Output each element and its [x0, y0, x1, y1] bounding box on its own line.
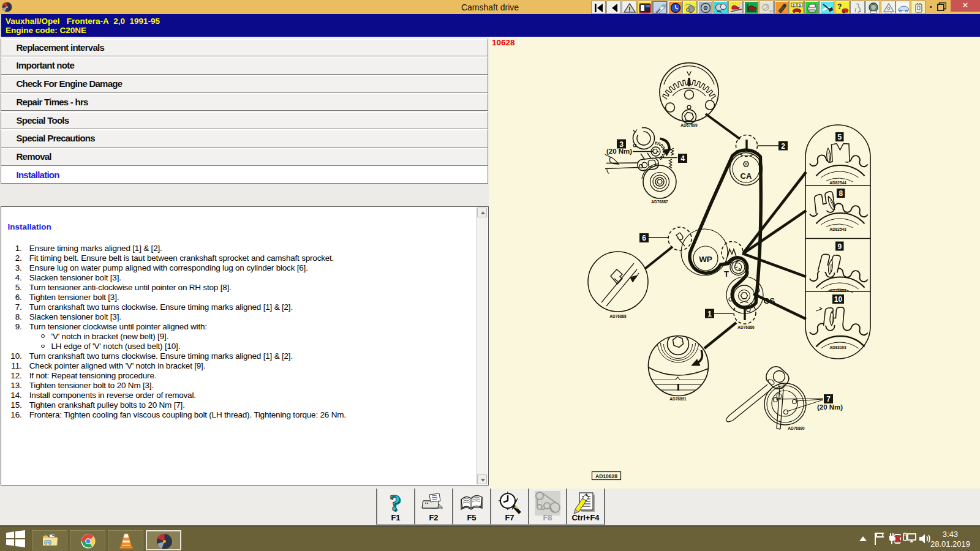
svg-text:AD76891: AD76891 — [669, 397, 687, 401]
svg-text:2: 2 — [781, 142, 785, 151]
svg-text:AD82543: AD82543 — [829, 227, 846, 231]
svg-text:?: ? — [390, 491, 401, 515]
svg-text:?: ? — [837, 2, 842, 11]
svg-text:6: 6 — [642, 234, 646, 242]
svg-text:1: 1 — [707, 310, 712, 318]
svg-text:CA: CA — [741, 171, 752, 181]
svg-text:T: T — [724, 269, 729, 279]
svg-text:AD10628: AD10628 — [595, 473, 617, 479]
svg-text:8: 8 — [839, 189, 843, 198]
svg-text:4: 4 — [680, 154, 685, 163]
svg-text:WP: WP — [699, 255, 712, 264]
svg-text:AD82544: AD82544 — [829, 181, 846, 185]
svg-text:AD76886: AD76886 — [737, 325, 755, 329]
svg-text:AD67699: AD67699 — [680, 123, 698, 127]
svg-text:AD83103: AD83103 — [829, 345, 846, 350]
svg-text:(20 Nm): (20 Nm) — [606, 148, 632, 155]
svg-text:10: 10 — [834, 295, 843, 304]
svg-text:AD76887: AD76887 — [651, 200, 668, 204]
svg-text:AD76889: AD76889 — [829, 288, 846, 293]
svg-text:AD76888: AD76888 — [609, 314, 627, 318]
svg-text:EPC: EPC — [769, 9, 774, 13]
svg-text:7: 7 — [826, 395, 831, 403]
svg-text:10628: 10628 — [492, 38, 515, 47]
svg-text:5: 5 — [837, 133, 842, 141]
svg-text:(20 Nm): (20 Nm) — [817, 403, 843, 411]
svg-text:AD76890: AD76890 — [788, 426, 805, 430]
svg-text:9: 9 — [837, 242, 842, 251]
